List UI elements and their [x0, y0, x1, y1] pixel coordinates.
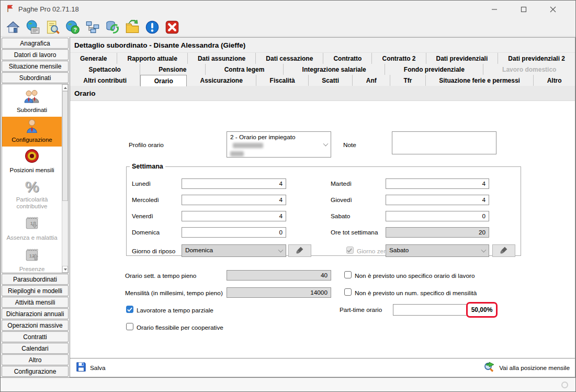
sidebar-item-configurazione[interactable]: Configurazione — [2, 366, 69, 377]
sidebar-item-datori-di-lavoro[interactable]: Datori di lavoro — [2, 49, 69, 60]
part-time-value-highlight: 50,00% — [466, 302, 498, 318]
icon-item-label: Presenze — [19, 266, 45, 273]
sidebar-item-altro[interactable]: Altro — [2, 354, 69, 365]
main-panel: Dettaglio subordinato - Disante Alessand… — [70, 37, 575, 377]
icon-item-posizioni-mensili[interactable]: Posizioni mensili — [2, 147, 62, 177]
redacted-text — [230, 151, 244, 156]
sidebar-icon-panel: Subordinati Configurazione Posizioni men… — [2, 84, 69, 273]
tab-scatti[interactable]: Scatti — [309, 75, 353, 86]
venerdi-label: Venerdì — [132, 212, 153, 220]
mercoledi-input[interactable]: 4 — [182, 195, 286, 205]
orario-flessibile-label: Orario flessibile per cooperative — [137, 324, 223, 331]
close-icon[interactable] — [545, 4, 561, 15]
sabato-input[interactable]: 0 — [386, 211, 489, 221]
giorno-zero-ore-select[interactable]: Sabato — [386, 244, 489, 257]
sabato-label: Sabato — [331, 212, 350, 220]
section-title: Orario — [70, 86, 575, 101]
giorno-riposo-label: Giorno di riposo — [132, 248, 175, 255]
giorno-riposo-brush-button[interactable] — [288, 244, 311, 257]
icon-item-configurazione[interactable]: Configurazione — [2, 117, 62, 147]
scrollbar-thumb[interactable] — [62, 91, 68, 201]
network-icon[interactable] — [84, 19, 101, 36]
tab-tfr[interactable]: Tfr — [390, 75, 426, 86]
profilo-orario-select[interactable]: 2 - Orario per impiegato — [227, 131, 331, 158]
app-window: Paghe Pro 02.71.18 ? Anagrafica Datori d… — [0, 0, 576, 392]
tab-contratto-2[interactable]: Contratto 2 — [372, 53, 426, 64]
orario-form: Profilo orario 2 - Orario per impiegato … — [70, 101, 575, 358]
giovedi-input[interactable]: 4 — [386, 195, 489, 205]
sidebar-item-subordinati[interactable]: Subordinati — [2, 72, 69, 83]
user-icon — [24, 119, 40, 135]
icon-item-label: Assenza e malattia — [6, 234, 57, 241]
orario-sett-label: Orario sett. a tempo pieno — [125, 272, 196, 279]
mercoledi-label: Mercoledì — [132, 196, 159, 204]
tab-situazione-ferie-e-permessi[interactable]: Situazione ferie e permessi — [426, 75, 534, 86]
tab-altri-contributi[interactable]: Altri contributi — [70, 75, 140, 86]
sidebar: Anagrafica Datori di lavoro Situazione m… — [1, 37, 70, 377]
minimize-icon[interactable] — [487, 4, 502, 15]
scroll-up-icon[interactable] — [62, 84, 68, 91]
sidebar-item-parasubordinati[interactable]: Parasubordinati — [2, 274, 69, 285]
web-news-icon[interactable] — [25, 19, 41, 36]
sidebar-scrollbar[interactable] — [62, 84, 68, 273]
sidebar-item-attivita-mensili[interactable]: Attività mensili — [2, 297, 69, 308]
document-search-icon[interactable] — [44, 19, 61, 36]
maximize-icon[interactable] — [516, 4, 532, 15]
save-button[interactable]: Salva — [75, 361, 106, 374]
home-icon[interactable] — [5, 19, 21, 36]
giorno-zero-brush-button[interactable] — [492, 244, 515, 257]
database-sync-icon[interactable] — [104, 19, 121, 36]
tab-contratto[interactable]: Contratto — [323, 53, 372, 64]
sidebar-item-situazione-mensile[interactable]: Situazione mensile — [2, 61, 69, 72]
sidebar-item-dichiarazioni-annuali[interactable]: Dichiarazioni annuali — [2, 308, 69, 319]
tab-anf[interactable]: Anf — [353, 75, 390, 86]
folder-import-icon[interactable] — [124, 19, 141, 36]
tab-dati-previdenziali[interactable]: Dati previdenziali — [426, 53, 499, 64]
sidebar-item-operazioni-massive[interactable]: Operazioni massive — [2, 320, 69, 331]
note-input[interactable] — [392, 131, 496, 154]
icon-item-label: Configurazione — [12, 137, 52, 143]
exit-icon[interactable] — [164, 19, 180, 36]
part-time-orario-label: Part-time orario — [340, 306, 382, 313]
tab-fiscalita[interactable]: Fiscalità — [256, 75, 309, 86]
scroll-down-icon[interactable] — [62, 266, 68, 273]
tab-contra-legem[interactable]: Contra legem — [206, 64, 284, 75]
icon-item-subordinati[interactable]: Subordinati — [2, 87, 62, 117]
goto-posizione-mensile-button[interactable]: Vai alla posizione mensile — [483, 361, 570, 375]
tab-integrazione-salariale[interactable]: Integrazione salariale — [284, 64, 385, 75]
giovedi-label: Giovedì — [331, 196, 352, 204]
tab-spettacolo[interactable]: Spettacolo — [70, 64, 140, 75]
ore-tot-settimana-label: Ore tot settimana — [331, 229, 378, 236]
info-icon[interactable] — [144, 19, 161, 36]
tab-dati-assunzione[interactable]: Dati assunzione — [188, 53, 256, 64]
tab-altro[interactable]: Altro — [534, 75, 575, 86]
martedi-input[interactable]: 4 — [386, 178, 489, 189]
tab-assicurazione[interactable]: Assicurazione — [187, 75, 256, 86]
icon-item-label: Subordinati — [17, 107, 47, 114]
lunedi-input[interactable]: 4 — [182, 178, 286, 189]
tab-generale[interactable]: Generale — [70, 53, 117, 64]
tab-pensione[interactable]: Pensione — [140, 64, 206, 75]
tab-rapporto-attuale[interactable]: Rapporto attuale — [117, 53, 187, 64]
percent-icon: % — [25, 179, 39, 195]
sidebar-item-calendari[interactable]: Calendari — [2, 343, 69, 354]
tab-dati-previdenziali-2[interactable]: Dati previdenziali 2 — [498, 53, 575, 64]
sidebar-item-riepiloghi-e-modelli[interactable]: Riepiloghi e modelli — [2, 285, 69, 296]
no-orario-checkbox[interactable] — [344, 271, 352, 278]
status-bar — [1, 377, 575, 391]
sidebar-item-anagrafica[interactable]: Anagrafica — [2, 38, 69, 49]
tab-dati-cessazione[interactable]: Dati cessazione — [256, 53, 323, 64]
icon-item-label: Particolarità contributive — [3, 196, 61, 210]
target-icon — [24, 149, 40, 165]
app-flag-icon — [6, 4, 14, 14]
giorno-riposo-select[interactable]: Domenica — [182, 244, 286, 257]
web-help-icon[interactable]: ? — [64, 19, 81, 36]
tab-orario[interactable]: Orario — [140, 75, 187, 86]
orario-flessibile-checkbox[interactable] — [126, 323, 133, 330]
tab-fondo-previdenziale[interactable]: Fondo previdenziale — [385, 64, 483, 75]
venerdi-input[interactable]: 4 — [182, 211, 286, 221]
no-mensilita-checkbox[interactable] — [344, 288, 352, 296]
tempo-parziale-checkbox[interactable] — [126, 306, 133, 313]
domenica-input[interactable]: 0 — [182, 227, 286, 238]
sidebar-item-contratti[interactable]: Contratti — [2, 331, 69, 342]
